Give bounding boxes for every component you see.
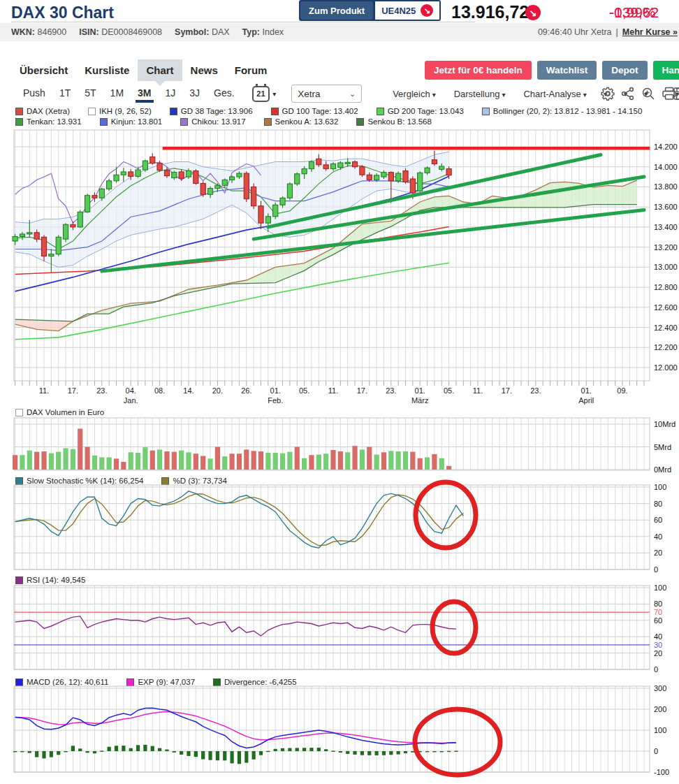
y-axis-label: 0 — [654, 565, 658, 574]
legend-swatch — [271, 108, 279, 115]
legend-item: GD 38 Tage: 13.906 — [170, 107, 253, 115]
chevron-down-icon[interactable]: ▾ — [272, 90, 276, 98]
y-axis-label: 13.400 — [654, 223, 678, 231]
x-axis-day-label: 17. — [68, 386, 78, 395]
legend-swatch — [15, 477, 23, 485]
jetzt-f-r-0-handeln-button[interactable]: Jetzt für 0€ handeln — [425, 61, 532, 80]
stochastic-legend: Slow Stochastic %K (14): 66,254%D (3): 7… — [15, 477, 245, 485]
rsi-legend: RSI (14): 49,545 — [15, 576, 103, 584]
isin-value: DE0008469008 — [101, 27, 162, 37]
type-label: Typ: — [242, 27, 260, 37]
legend-label: Bollinger (20, 2): 13.812 - 13.981 - 14.… — [493, 107, 643, 115]
legend-label: Senkou A: 13.632 — [275, 117, 339, 126]
legend-label: Kinjun: 13.801 — [111, 117, 163, 126]
legend-label: EXP (9): 47,037 — [138, 678, 195, 686]
arrow-down-right-icon: ↘ — [421, 4, 433, 17]
x-axis-day-label: 09. — [617, 386, 627, 395]
macd-chart-svg — [14, 686, 651, 774]
legend-item: Senkou A: 13.632 — [264, 117, 339, 126]
y-axis-label: 40 — [654, 532, 662, 541]
range-1m[interactable]: 1M — [108, 85, 126, 103]
x-axis-day-label: 11. — [473, 386, 483, 395]
range-1j[interactable]: 1J — [163, 85, 178, 103]
divider: | — [616, 27, 618, 37]
legend-item: DAX (Xetra) — [15, 107, 70, 115]
legend-label: Chikou: 13.917 — [191, 117, 245, 126]
legend-swatch — [377, 108, 384, 115]
range-5t[interactable]: 5T — [82, 85, 98, 103]
y-axis-label: 12.200 — [654, 343, 678, 351]
symbol-label: Symbol: — [175, 27, 209, 37]
rsi-chart-svg — [14, 586, 651, 671]
x-axis-day-label: 17. — [357, 386, 367, 395]
menu-chart-analyse[interactable]: Chart-Analyse▾ — [523, 89, 586, 99]
y-axis-label: 20 — [654, 549, 662, 557]
legend-swatch — [161, 477, 169, 485]
legend-swatch — [170, 108, 177, 115]
tab-kursliste[interactable]: Kursliste — [76, 59, 138, 81]
x-axis-month-label: April — [578, 396, 594, 405]
legend-swatch — [356, 118, 364, 126]
handeln-button[interactable]: Handeln — [653, 61, 679, 80]
y-axis-label: 80 — [654, 500, 662, 508]
legend-swatch — [15, 118, 23, 126]
legend-swatch — [15, 409, 23, 416]
legend-item: Chikou: 13.917 — [180, 117, 245, 126]
section-nav: ÜbersichtKurslisteChartNewsForum Jetzt f… — [0, 59, 679, 81]
volume-legend: DAX Volumen in Euro — [15, 408, 122, 416]
legend-swatch — [100, 118, 108, 126]
y-axis-label: 60 — [654, 516, 662, 524]
y-axis-label: 70 — [654, 608, 662, 616]
x-axis-day-label: 11. — [39, 386, 49, 395]
menu-vergleich[interactable]: Vergleich▾ — [393, 89, 436, 99]
y-axis-label: 12.000 — [654, 363, 678, 372]
legend-item: GD 200 Tage: 13.043 — [377, 107, 464, 115]
range-3m[interactable]: 3M — [136, 85, 153, 103]
x-axis-month-label: Feb. — [268, 396, 283, 405]
y-axis-label: 12.800 — [654, 283, 678, 291]
product-group: Zum Produkt UE4N25 ↘ — [299, 0, 441, 21]
volume-chart-svg — [14, 418, 651, 472]
menu-darstellung[interactable]: Darstellung▾ — [454, 89, 506, 99]
zum-produkt-button[interactable]: Zum Produkt — [300, 1, 373, 20]
chevron-down-icon: ▾ — [583, 91, 587, 99]
x-axis-day-label: 26. — [241, 386, 251, 395]
watchlist-button[interactable]: Watchlist — [537, 61, 597, 80]
range-push[interactable]: Push — [21, 85, 48, 103]
macd-legend: MACD (26, 12): 40,611EXP (9): 47,037Dive… — [15, 678, 315, 686]
exchange-select[interactable]: Xetra ⌄ — [291, 85, 362, 103]
tab-news[interactable]: News — [182, 59, 226, 81]
legend-item: Bollinger (20, 2): 13.812 - 13.981 - 14.… — [482, 107, 643, 115]
tab-chart[interactable]: Chart — [138, 59, 182, 81]
range-ges[interactable]: Ges. — [212, 85, 237, 103]
x-axis-day-label: 23. — [530, 386, 541, 395]
product-code-box[interactable]: UE4N25 ↘ — [375, 1, 439, 20]
legend-label: MACD (26, 12): 40,611 — [27, 678, 108, 686]
x-axis-day-label: 05. — [444, 386, 454, 395]
exchange-value: Xetra — [298, 89, 320, 99]
range-1t[interactable]: 1T — [57, 85, 73, 103]
x-axis-day-label: 20. — [212, 386, 223, 395]
legend-item: %D (3): 73,734 — [161, 477, 226, 485]
y-axis-label: 14.000 — [654, 163, 678, 171]
stochastic-chart-svg — [14, 485, 651, 571]
arrow-down-right-icon: ↘ — [525, 5, 541, 20]
symbol-value: DAX — [212, 27, 230, 37]
calendar-icon[interactable]: 21 — [252, 86, 270, 102]
main-legend-row1: DAX (Xetra)IKH (9, 26, 52)GD 38 Tage: 13… — [15, 107, 660, 115]
range-3j[interactable]: 3J — [187, 85, 202, 103]
y-axis-label: 10Mrd — [654, 420, 676, 428]
depot-button[interactable]: Depot — [602, 61, 647, 80]
x-axis-month-label: März — [411, 396, 428, 405]
x-axis-day-label: 11. — [328, 386, 338, 395]
x-axis-day-label: 05. — [299, 386, 309, 395]
chevron-down-icon: ⌄ — [349, 89, 356, 99]
y-axis-label: 13.600 — [654, 203, 678, 211]
tab-forum[interactable]: Forum — [226, 59, 276, 81]
tab-übersicht[interactable]: Übersicht — [11, 59, 76, 81]
chart-toolbar: Push1T5T1M3M1J3JGes. 21 ▾ Xetra ⌄ Vergle… — [0, 82, 679, 105]
legend-label: Slow Stochastic %K (14): 66,254 — [27, 477, 143, 485]
mehr-kurse-link[interactable]: Mehr Kurse » — [622, 27, 678, 37]
quote-time: 09:46:40 Uhr Xetra — [538, 27, 612, 37]
legend-label: DAX Volumen in Euro — [27, 408, 104, 416]
